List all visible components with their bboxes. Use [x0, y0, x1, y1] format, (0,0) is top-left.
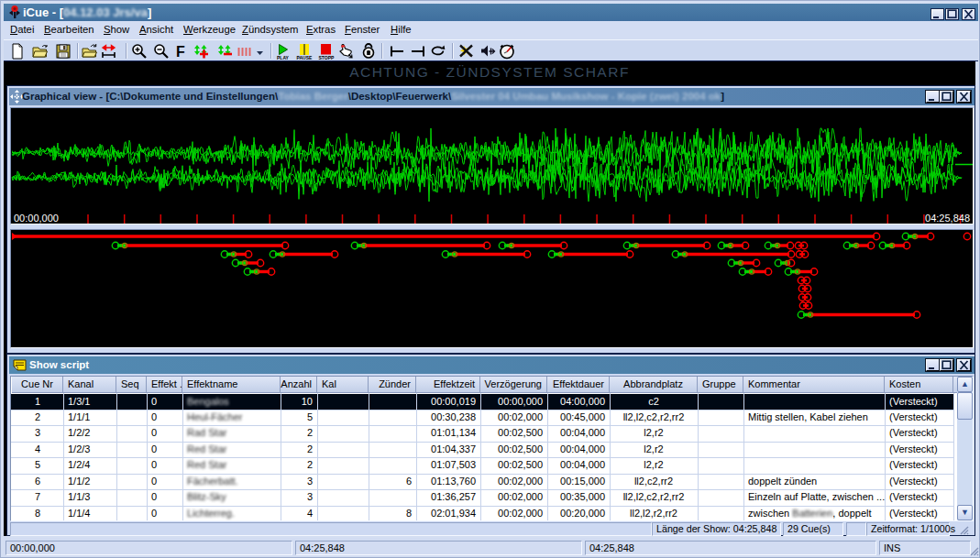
svg-text:F: F	[176, 44, 185, 60]
svg-text:STOPP: STOPP	[319, 55, 336, 60]
svg-text:PLAY: PLAY	[277, 55, 290, 60]
svg-text:PAUSE: PAUSE	[297, 55, 314, 60]
